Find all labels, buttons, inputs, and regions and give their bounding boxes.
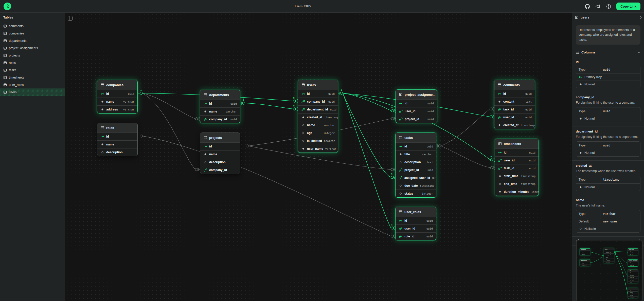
erd-table-header[interactable]: user_roles	[396, 207, 436, 217]
erd-table-companies[interactable]: companiesiduuidnamevarcharaddressvarchar	[97, 80, 138, 114]
erd-table-users[interactable]: usersiduuidcompany_iduuiddepartment_iduu…	[298, 80, 338, 153]
table-icon	[3, 90, 7, 94]
erd-column-tasks-project_id[interactable]: project_iduuid	[396, 166, 436, 174]
erd-column-project_assignments-user_id[interactable]: user_iduuid	[396, 107, 437, 115]
primary-key-icon	[203, 145, 207, 148]
github-icon[interactable]	[584, 4, 590, 9]
erd-canvas[interactable]: 1n1n1nnnnn companiesiduuidnamevarcharadd…	[65, 13, 572, 301]
sidebar-item-companies[interactable]: companies	[0, 30, 65, 37]
erd-column-roles-name[interactable]: name	[97, 140, 137, 148]
erd-column-departments-name[interactable]: namevarchar	[200, 107, 240, 115]
erd-column-tasks-id[interactable]: iduuid	[396, 142, 436, 150]
chevron-up-icon[interactable]	[637, 51, 641, 54]
erd-table-header[interactable]: projects	[200, 133, 240, 142]
erd-column-users-age[interactable]: ageinteger	[298, 129, 338, 137]
erd-column-user_roles-role_id[interactable]: role_iduuid	[396, 232, 436, 240]
erd-table-projects[interactable]: projectsidnamedescriptioncompany_id	[200, 133, 240, 174]
column-description: Foreign key linking the user to a depart…	[576, 135, 640, 139]
erd-column-users-name[interactable]: namevarchar	[298, 121, 338, 129]
columns-section-header[interactable]: Columns	[572, 48, 644, 57]
liam-logo-icon[interactable]	[4, 3, 11, 10]
erd-column-user_roles-id[interactable]: iduuid	[396, 217, 436, 224]
erd-column-companies-id[interactable]: iduuid	[97, 90, 137, 98]
related-tables-minimap[interactable]: companiesidnameaddressdepartmentsidnamec…	[576, 240, 642, 301]
mini-table-project_assignments: project_assignme...iduser_idproject_id	[628, 259, 638, 267]
erd-table-project_assignments[interactable]: project_assignme...iduuiduser_iduuidproj…	[396, 89, 437, 123]
erd-table-header[interactable]: project_assignme...	[396, 90, 437, 99]
erd-table-header[interactable]: tasks	[396, 133, 436, 142]
erd-column-timesheets-user_id[interactable]: user_iduuid	[495, 156, 539, 164]
erd-table-comments[interactable]: commentsiduuidcontenttexttask_iduuiduser…	[494, 80, 535, 129]
column-name: name	[576, 198, 640, 202]
erd-column-comments-created_at[interactable]: created_attimestamp	[494, 121, 535, 129]
megaphone-icon[interactable]	[595, 4, 601, 9]
erd-column-comments-user_id[interactable]: user_iduuid	[494, 113, 535, 121]
help-icon[interactable]	[606, 4, 611, 9]
sidebar-toggle-icon[interactable]	[68, 16, 73, 21]
erd-table-header[interactable]: timesheets	[495, 139, 539, 148]
sidebar-item-departments[interactable]: departments	[0, 37, 65, 44]
sidebar-item-user_roles[interactable]: user_roles	[0, 81, 65, 88]
collapse-panel-icon[interactable]	[639, 16, 642, 19]
erd-column-timesheets-task_id[interactable]: task_iduuid	[495, 164, 539, 172]
erd-column-companies-address[interactable]: addressvarchar	[97, 105, 137, 113]
sidebar-item-project_assignments[interactable]: project_assignments	[0, 44, 65, 52]
erd-column-tasks-title[interactable]: titlevarchar	[396, 150, 436, 158]
erd-column-tasks-status[interactable]: statusinteger	[396, 190, 436, 197]
erd-column-roles-description[interactable]: description	[97, 148, 137, 156]
erd-table-tasks[interactable]: tasksiduuidtitlevarchardescriptiontextpr…	[395, 133, 436, 198]
sidebar-item-users[interactable]: users	[0, 88, 65, 96]
erd-table-timesheets[interactable]: timesheetsiduuiduser_iduuidtask_iduuidst…	[495, 139, 539, 196]
erd-column-tasks-assigned_user_id[interactable]: assigned_user_iduuid	[396, 174, 436, 182]
primary-key-icon	[100, 92, 104, 96]
sidebar-item-roles[interactable]: roles	[0, 59, 65, 66]
erd-column-comments-task_id[interactable]: task_iduuid	[494, 105, 535, 113]
erd-column-users-user_name[interactable]: user_namevarchar	[298, 145, 338, 153]
erd-table-header[interactable]: comments	[494, 80, 535, 90]
erd-column-users-created_at[interactable]: created_attimestamp	[298, 113, 338, 121]
erd-column-tasks-description[interactable]: descriptiontext	[396, 158, 436, 166]
erd-column-projects-name[interactable]: name	[200, 150, 240, 158]
primary-key-icon	[498, 151, 502, 155]
erd-column-project_assignments-project_id[interactable]: project_iduuid	[396, 115, 437, 123]
erd-column-users-department_id[interactable]: department_iduuid	[298, 105, 338, 113]
erd-column-timesheets-duration_minutes[interactable]: duration_minutesinteger	[495, 188, 539, 196]
erd-column-users-is_deleted[interactable]: is_deletedboolean	[298, 137, 338, 145]
erd-column-projects-company_id[interactable]: company_id	[200, 166, 240, 174]
erd-table-header[interactable]: users	[298, 80, 338, 90]
erd-table-departments[interactable]: departmentsiduuidnamevarcharcompany_iduu…	[200, 90, 240, 123]
sidebar-item-comments[interactable]: comments	[0, 22, 65, 30]
sidebar-item-tasks[interactable]: tasks	[0, 66, 65, 74]
erd-table-header[interactable]: companies	[97, 80, 137, 90]
erd-column-comments-id[interactable]: iduuid	[494, 90, 535, 98]
mini-table-departments: departmentsidnamecompany_id	[580, 259, 590, 266]
erd-column-timesheets-start_time[interactable]: start_timetimestamp	[495, 172, 539, 180]
erd-column-timesheets-id[interactable]: iduuid	[495, 148, 539, 156]
erd-column-companies-name[interactable]: namevarchar	[97, 98, 137, 105]
erd-column-user_roles-user_id[interactable]: user_iduuid	[396, 224, 436, 232]
panel-title: users	[581, 15, 589, 19]
copy-link-button[interactable]: Copy Link	[616, 3, 640, 10]
erd-column-projects-description[interactable]: description	[200, 158, 240, 166]
erd-column-roles-id[interactable]: id	[97, 133, 137, 140]
not-null-diamond-icon	[100, 143, 104, 146]
column-description: The timestamp when the user was created.	[576, 169, 640, 173]
erd-table-user_roles[interactable]: user_rolesiduuiduser_iduuidrole_iduuid	[395, 207, 436, 240]
erd-column-users-id[interactable]: iduuid	[298, 90, 338, 98]
erd-column-timesheets-end_time[interactable]: end_timetimestamp	[495, 180, 539, 188]
erd-column-users-company_id[interactable]: company_iduuid	[298, 98, 338, 105]
erd-column-projects-id[interactable]: id	[200, 142, 240, 150]
erd-column-departments-id[interactable]: iduuid	[200, 100, 240, 107]
erd-table-roles[interactable]: rolesidnamedescription	[97, 123, 138, 156]
erd-table-header[interactable]: roles	[97, 123, 137, 133]
erd-column-departments-company_id[interactable]: company_iduuid	[200, 115, 240, 123]
erd-column-comments-content[interactable]: contenttext	[494, 98, 535, 105]
sidebar-item-projects[interactable]: projects	[0, 52, 65, 59]
primary-key-icon	[497, 92, 501, 96]
erd-column-tasks-due_date[interactable]: due_datetimestamp	[396, 182, 436, 190]
erd-table-header[interactable]: departments	[200, 90, 240, 100]
erd-column-project_assignments-id[interactable]: iduuid	[396, 99, 437, 107]
sidebar-item-timesheets[interactable]: timesheets	[0, 74, 65, 81]
nullable-diamond-icon	[301, 139, 305, 143]
primary-key-icon	[301, 92, 305, 96]
